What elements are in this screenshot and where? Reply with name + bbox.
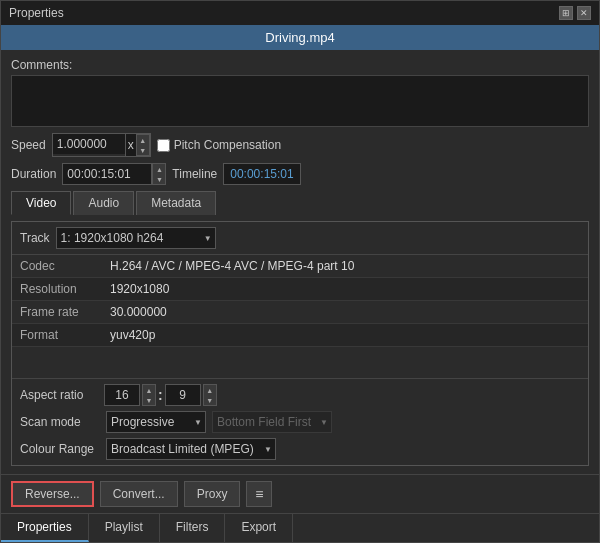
table-row: Resolution 1920x1080 [12, 278, 588, 301]
duration-spinbox: ▲ ▼ [62, 163, 166, 185]
duration-input[interactable] [67, 164, 147, 184]
speed-input[interactable] [53, 134, 125, 154]
restore-button[interactable]: ⊞ [559, 6, 573, 20]
aspect-height-up[interactable]: ▲ [204, 385, 216, 395]
aspect-ratio-row: Aspect ratio ▲ ▼ : ▲ ▼ [20, 384, 580, 406]
colour-range-row: Colour Range Broadcast Limited (MPEG)Ful… [20, 438, 580, 460]
bottom-nav: Properties Playlist Filters Export [1, 513, 599, 542]
timeline-label: Timeline [172, 167, 217, 181]
aspect-height-spin: ▲ ▼ [203, 384, 217, 406]
extra-properties: Aspect ratio ▲ ▼ : ▲ ▼ [12, 378, 588, 465]
speed-up-arrow[interactable]: ▲ [137, 135, 149, 145]
speed-down-arrow[interactable]: ▼ [137, 145, 149, 155]
track-select-wrapper: 1: 1920x1080 h264 [56, 227, 216, 249]
aspect-width-up[interactable]: ▲ [143, 385, 155, 395]
window-title: Properties [9, 6, 64, 20]
tab-bar: Video Audio Metadata [11, 191, 589, 215]
pitch-compensation-label[interactable]: Pitch Compensation [157, 138, 281, 152]
prop-key-format: Format [20, 328, 110, 342]
aspect-height-down[interactable]: ▼ [204, 395, 216, 405]
scan-mode-label: Scan mode [20, 415, 100, 429]
comments-section: Comments: [11, 58, 589, 127]
properties-window: Properties ⊞ ✕ Driving.mp4 Comments: Spe… [0, 0, 600, 543]
duration-spin: ▲ ▼ [152, 163, 166, 185]
nav-properties[interactable]: Properties [1, 514, 89, 542]
tab-video[interactable]: Video [11, 191, 71, 215]
aspect-colon: : [158, 387, 163, 403]
duration-down-arrow[interactable]: ▼ [153, 174, 165, 184]
prop-key-codec: Codec [20, 259, 110, 273]
title-bar-controls: ⊞ ✕ [559, 6, 591, 20]
bottom-buttons: Reverse... Convert... Proxy ≡ [1, 474, 599, 513]
aspect-width-input[interactable] [104, 384, 140, 406]
close-button[interactable]: ✕ [577, 6, 591, 20]
scan-mode-row: Scan mode ProgressiveInterlaced Bottom F… [20, 411, 580, 433]
speed-unit: x [125, 134, 136, 156]
nav-export[interactable]: Export [225, 514, 293, 542]
nav-filters[interactable]: Filters [160, 514, 226, 542]
prop-val-framerate: 30.000000 [110, 305, 167, 319]
properties-table: Codec H.264 / AVC / MPEG-4 AVC / MPEG-4 … [12, 255, 588, 378]
timeline-value: 00:00:15:01 [223, 163, 300, 185]
proxy-button[interactable]: Proxy [184, 481, 241, 507]
table-row: Frame rate 30.000000 [12, 301, 588, 324]
duration-up-arrow[interactable]: ▲ [153, 164, 165, 174]
scan-mode-select[interactable]: ProgressiveInterlaced [106, 411, 206, 433]
track-row: Track 1: 1920x1080 h264 [12, 222, 588, 255]
title-bar: Properties ⊞ ✕ [1, 1, 599, 25]
pitch-compensation-checkbox[interactable] [157, 139, 170, 152]
reverse-button[interactable]: Reverse... [11, 481, 94, 507]
prop-val-resolution: 1920x1080 [110, 282, 169, 296]
main-content: Comments: Speed x ▲ ▼ Pitch Compensation… [1, 50, 599, 474]
aspect-height-input[interactable] [165, 384, 201, 406]
prop-key-framerate: Frame rate [20, 305, 110, 319]
scan-mode-select-wrapper: ProgressiveInterlaced [106, 411, 206, 433]
speed-row: Speed x ▲ ▼ Pitch Compensation [11, 133, 589, 157]
prop-key-resolution: Resolution [20, 282, 110, 296]
tab-metadata[interactable]: Metadata [136, 191, 216, 215]
nav-playlist[interactable]: Playlist [89, 514, 160, 542]
aspect-ratio-controls: ▲ ▼ : ▲ ▼ [104, 384, 217, 406]
tab-content-video: Track 1: 1920x1080 h264 Codec H.264 / AV… [11, 221, 589, 466]
table-row: Format yuv420p [12, 324, 588, 347]
bff-select-wrapper: Bottom Field FirstTop Field First [212, 411, 332, 433]
table-row: Codec H.264 / AVC / MPEG-4 AVC / MPEG-4 … [12, 255, 588, 278]
aspect-width-spin: ▲ ▼ [142, 384, 156, 406]
colour-range-label: Colour Range [20, 442, 100, 456]
colour-range-select[interactable]: Broadcast Limited (MPEG)Full Range [106, 438, 276, 460]
speed-input-wrapper: x ▲ ▼ [52, 133, 151, 157]
duration-row: Duration ▲ ▼ Timeline 00:00:15:01 [11, 163, 589, 185]
speed-spin: ▲ ▼ [136, 134, 150, 156]
menu-button[interactable]: ≡ [246, 481, 272, 507]
aspect-ratio-label: Aspect ratio [20, 388, 100, 402]
comments-label: Comments: [11, 58, 589, 72]
speed-label: Speed [11, 138, 46, 152]
comments-box[interactable] [11, 75, 589, 127]
pitch-compensation-text: Pitch Compensation [174, 138, 281, 152]
track-label: Track [20, 231, 50, 245]
filename-text: Driving.mp4 [265, 30, 334, 45]
bff-select[interactable]: Bottom Field FirstTop Field First [212, 411, 332, 433]
track-select[interactable]: 1: 1920x1080 h264 [56, 227, 216, 249]
filename-bar: Driving.mp4 [1, 25, 599, 50]
prop-val-codec: H.264 / AVC / MPEG-4 AVC / MPEG-4 part 1… [110, 259, 354, 273]
colour-range-select-wrapper: Broadcast Limited (MPEG)Full Range [106, 438, 276, 460]
tab-audio[interactable]: Audio [73, 191, 134, 215]
aspect-width-down[interactable]: ▼ [143, 395, 155, 405]
duration-input-box [62, 163, 152, 185]
duration-label: Duration [11, 167, 56, 181]
prop-val-format: yuv420p [110, 328, 155, 342]
convert-button[interactable]: Convert... [100, 481, 178, 507]
